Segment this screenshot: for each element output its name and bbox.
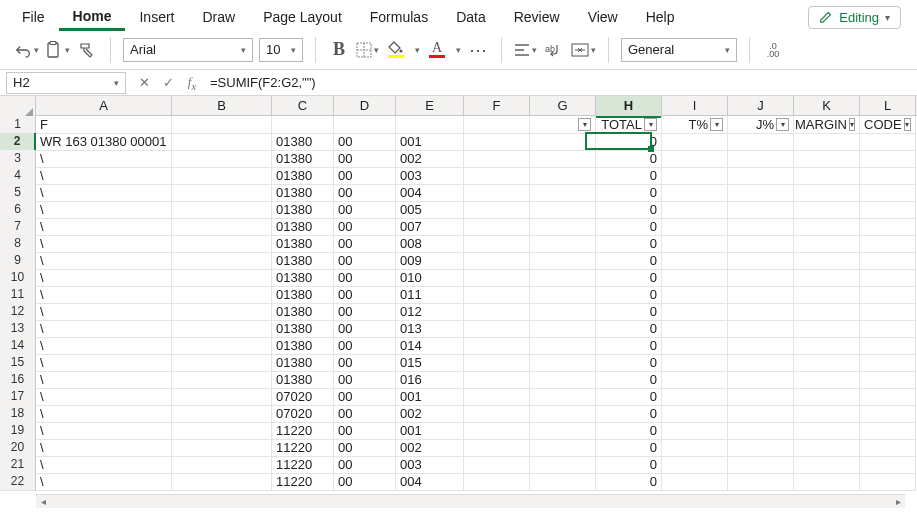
cell-H14[interactable]: 0 [596, 337, 662, 355]
cell-D16[interactable]: 00 [334, 371, 396, 389]
cell-C13[interactable]: 01380 [272, 320, 334, 338]
cell-J7[interactable] [728, 218, 794, 236]
cell-C11[interactable]: 01380 [272, 286, 334, 304]
cell-F9[interactable] [464, 252, 530, 270]
cell-E14[interactable]: 014 [396, 337, 464, 355]
cell-E18[interactable]: 002 [396, 405, 464, 423]
row-header[interactable]: 15 [0, 354, 36, 372]
fx-button[interactable]: fx [180, 74, 204, 92]
cell-A15[interactable]: \ [36, 354, 172, 372]
cell-J18[interactable] [728, 405, 794, 423]
cell-L11[interactable] [860, 286, 916, 304]
row-header[interactable]: 5 [0, 184, 36, 202]
cell-A19[interactable]: \ [36, 422, 172, 440]
cancel-formula-button[interactable]: ✕ [132, 75, 156, 90]
cell-A11[interactable]: \ [36, 286, 172, 304]
cell-A12[interactable]: \ [36, 303, 172, 321]
cell-B20[interactable] [172, 439, 272, 457]
row-header[interactable]: 20 [0, 439, 36, 457]
cell-F11[interactable] [464, 286, 530, 304]
cell-H12[interactable]: 0 [596, 303, 662, 321]
cell-A14[interactable]: \ [36, 337, 172, 355]
filter-button[interactable]: ▾ [904, 118, 911, 131]
cell-A20[interactable]: \ [36, 439, 172, 457]
cell-F7[interactable] [464, 218, 530, 236]
cell-K2[interactable] [794, 133, 860, 151]
tab-page-layout[interactable]: Page Layout [249, 5, 356, 29]
cell-J1[interactable]: J%▾ [728, 116, 794, 134]
filter-button[interactable]: ▾ [776, 118, 789, 131]
cell-E1[interactable] [396, 116, 464, 134]
cell-E11[interactable]: 011 [396, 286, 464, 304]
cell-L21[interactable] [860, 456, 916, 474]
cell-H11[interactable]: 0 [596, 286, 662, 304]
cell-L16[interactable] [860, 371, 916, 389]
cell-D18[interactable]: 00 [334, 405, 396, 423]
cell-E20[interactable]: 002 [396, 439, 464, 457]
cell-G22[interactable] [530, 473, 596, 491]
cell-H15[interactable]: 0 [596, 354, 662, 372]
undo-button[interactable]: ▾ [14, 38, 39, 62]
cell-K5[interactable] [794, 184, 860, 202]
cell-J5[interactable] [728, 184, 794, 202]
paste-button[interactable]: ▾ [45, 38, 70, 62]
cell-C15[interactable]: 01380 [272, 354, 334, 372]
cell-D3[interactable]: 00 [334, 150, 396, 168]
cell-G10[interactable] [530, 269, 596, 287]
cell-B10[interactable] [172, 269, 272, 287]
cell-B9[interactable] [172, 252, 272, 270]
cell-I13[interactable] [662, 320, 728, 338]
cell-C5[interactable]: 01380 [272, 184, 334, 202]
cell-D17[interactable]: 00 [334, 388, 396, 406]
wrap-text-button[interactable]: ab [543, 38, 565, 62]
cell-H9[interactable]: 0 [596, 252, 662, 270]
cell-D21[interactable]: 00 [334, 456, 396, 474]
col-header-F[interactable]: F [464, 96, 530, 118]
cell-K17[interactable] [794, 388, 860, 406]
cell-E17[interactable]: 001 [396, 388, 464, 406]
row-header[interactable]: 21 [0, 456, 36, 474]
cell-E12[interactable]: 012 [396, 303, 464, 321]
cell-H20[interactable]: 0 [596, 439, 662, 457]
cell-I6[interactable] [662, 201, 728, 219]
scroll-left-button[interactable]: ◂ [36, 495, 50, 509]
cell-I12[interactable] [662, 303, 728, 321]
cell-K10[interactable] [794, 269, 860, 287]
row-header[interactable]: 9 [0, 252, 36, 270]
cell-I20[interactable] [662, 439, 728, 457]
cell-A21[interactable]: \ [36, 456, 172, 474]
row-header[interactable]: 2 [0, 133, 36, 151]
cell-F10[interactable] [464, 269, 530, 287]
borders-button[interactable]: ▾ [356, 38, 379, 62]
cell-B3[interactable] [172, 150, 272, 168]
cell-F16[interactable] [464, 371, 530, 389]
cell-J13[interactable] [728, 320, 794, 338]
cell-H7[interactable]: 0 [596, 218, 662, 236]
cell-L10[interactable] [860, 269, 916, 287]
cell-C20[interactable]: 11220 [272, 439, 334, 457]
cell-G7[interactable] [530, 218, 596, 236]
cell-I11[interactable] [662, 286, 728, 304]
cell-C12[interactable]: 01380 [272, 303, 334, 321]
filter-button[interactable]: ▾ [578, 118, 591, 131]
filter-button[interactable]: ▾ [644, 118, 657, 131]
cell-C10[interactable]: 01380 [272, 269, 334, 287]
cell-D12[interactable]: 00 [334, 303, 396, 321]
cell-K7[interactable] [794, 218, 860, 236]
cell-A1[interactable]: F [36, 116, 172, 134]
cell-J17[interactable] [728, 388, 794, 406]
cell-E21[interactable]: 003 [396, 456, 464, 474]
cell-C9[interactable]: 01380 [272, 252, 334, 270]
col-header-C[interactable]: C [272, 96, 334, 118]
cell-C4[interactable]: 01380 [272, 167, 334, 185]
cell-B6[interactable] [172, 201, 272, 219]
cell-D22[interactable]: 00 [334, 473, 396, 491]
row-header[interactable]: 6 [0, 201, 36, 219]
row-header[interactable]: 3 [0, 150, 36, 168]
cell-L12[interactable] [860, 303, 916, 321]
tab-formulas[interactable]: Formulas [356, 5, 442, 29]
cell-D14[interactable]: 00 [334, 337, 396, 355]
cell-I8[interactable] [662, 235, 728, 253]
cell-D9[interactable]: 00 [334, 252, 396, 270]
cell-B15[interactable] [172, 354, 272, 372]
